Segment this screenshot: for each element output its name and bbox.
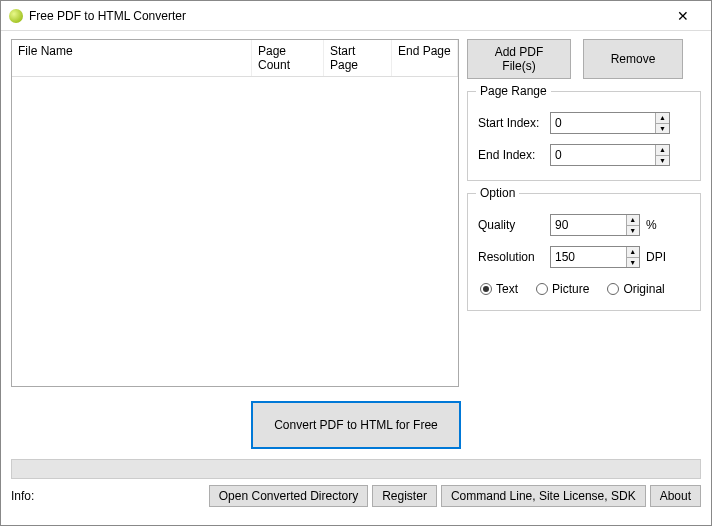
file-table[interactable]: File Name Page Count Start Page End Page	[11, 39, 459, 387]
close-icon[interactable]: ✕	[663, 4, 703, 28]
quality-stepper[interactable]: ▲ ▼	[550, 214, 640, 236]
chevron-up-icon[interactable]: ▲	[656, 145, 669, 156]
radio-icon	[607, 283, 619, 295]
col-startpage[interactable]: Start Page	[324, 40, 392, 76]
chevron-down-icon[interactable]: ▼	[656, 156, 669, 166]
resolution-label: Resolution	[478, 250, 550, 264]
col-endpage[interactable]: End Page	[392, 40, 458, 76]
page-range-legend: Page Range	[476, 84, 551, 98]
start-index-stepper[interactable]: ▲ ▼	[550, 112, 670, 134]
chevron-up-icon[interactable]: ▲	[627, 247, 639, 258]
radio-text-label: Text	[496, 282, 518, 296]
quality-input[interactable]	[551, 215, 626, 235]
remove-button[interactable]: Remove	[583, 39, 683, 79]
start-index-label: Start Index:	[478, 116, 550, 130]
table-header: File Name Page Count Start Page End Page	[12, 40, 458, 77]
col-filename[interactable]: File Name	[12, 40, 252, 76]
register-button[interactable]: Register	[372, 485, 437, 507]
option-legend: Option	[476, 186, 519, 200]
start-index-input[interactable]	[551, 113, 655, 133]
radio-original[interactable]: Original	[607, 282, 664, 296]
radio-icon	[480, 283, 492, 295]
resolution-input[interactable]	[551, 247, 626, 267]
end-index-label: End Index:	[478, 148, 550, 162]
chevron-up-icon[interactable]: ▲	[656, 113, 669, 124]
cmdline-button[interactable]: Command Line, Site License, SDK	[441, 485, 646, 507]
titlebar: Free PDF to HTML Converter ✕	[1, 1, 711, 31]
radio-original-label: Original	[623, 282, 664, 296]
quality-label: Quality	[478, 218, 550, 232]
open-directory-button[interactable]: Open Converted Directory	[209, 485, 368, 507]
page-range-group: Page Range Start Index: ▲ ▼ End Index: ▲	[467, 91, 701, 181]
end-index-input[interactable]	[551, 145, 655, 165]
add-pdf-button[interactable]: Add PDF File(s)	[467, 39, 571, 79]
info-label: Info:	[11, 489, 205, 503]
radio-picture-label: Picture	[552, 282, 589, 296]
info-bar	[11, 459, 701, 479]
convert-button[interactable]: Convert PDF to HTML for Free	[251, 401, 461, 449]
resolution-unit: DPI	[646, 250, 666, 264]
chevron-down-icon[interactable]: ▼	[656, 124, 669, 134]
chevron-up-icon[interactable]: ▲	[627, 215, 639, 226]
quality-unit: %	[646, 218, 657, 232]
radio-picture[interactable]: Picture	[536, 282, 589, 296]
col-pagecount[interactable]: Page Count	[252, 40, 324, 76]
chevron-down-icon[interactable]: ▼	[627, 226, 639, 236]
window-title: Free PDF to HTML Converter	[29, 9, 663, 23]
end-index-stepper[interactable]: ▲ ▼	[550, 144, 670, 166]
radio-text[interactable]: Text	[480, 282, 518, 296]
about-button[interactable]: About	[650, 485, 701, 507]
resolution-stepper[interactable]: ▲ ▼	[550, 246, 640, 268]
chevron-down-icon[interactable]: ▼	[627, 258, 639, 268]
app-icon	[9, 9, 23, 23]
option-group: Option Quality ▲ ▼ % Resolution ▲	[467, 193, 701, 311]
radio-icon	[536, 283, 548, 295]
